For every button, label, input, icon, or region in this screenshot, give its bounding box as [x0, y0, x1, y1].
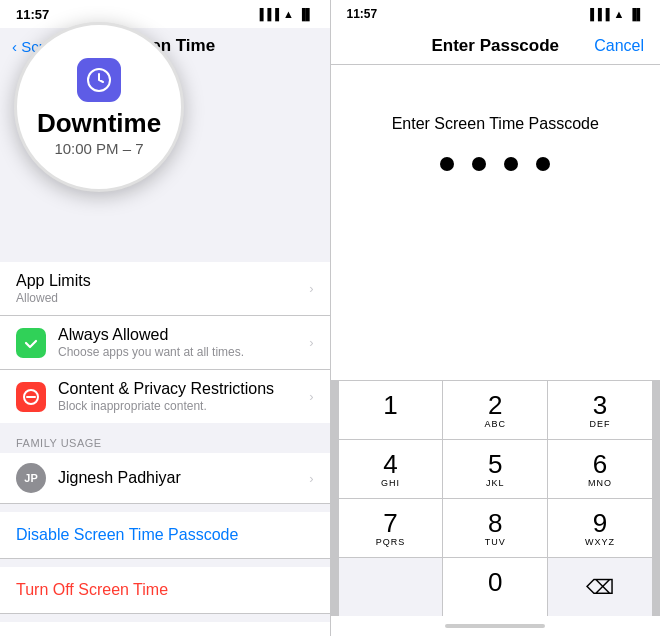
signal-icon: ▐▐▐	[586, 8, 609, 20]
passcode-nav: Enter Passcode Cancel	[331, 28, 661, 65]
separator	[0, 559, 330, 567]
battery-icon: ▐▌	[628, 8, 644, 20]
passcode-nav-title: Enter Passcode	[431, 36, 559, 56]
cancel-button[interactable]: Cancel	[594, 37, 644, 55]
family-user-name: Jignesh Padhiyar	[58, 469, 301, 487]
dot-3	[504, 157, 518, 171]
numpad-row-2: 4 GHI 5 JKL 6 MNO	[339, 440, 653, 498]
list-item-content-privacy[interactable]: Content & Privacy Restrictions Block ina…	[0, 370, 330, 423]
chevron-icon: ›	[309, 281, 313, 296]
dot-2	[472, 157, 486, 171]
family-section-header: FAMILY USAGE	[0, 423, 330, 453]
left-time: 11:57	[16, 7, 49, 22]
key-9[interactable]: 9 WXYZ	[548, 499, 652, 557]
dot-4	[536, 157, 550, 171]
key-2[interactable]: 2 ABC	[443, 381, 547, 439]
clear-usage-data-button[interactable]: Clear Usage Data	[0, 622, 330, 636]
magnifier-title: Downtime	[37, 110, 161, 136]
key-6[interactable]: 6 MNO	[548, 440, 652, 498]
avatar-initials: JP	[24, 472, 37, 484]
passcode-dots	[440, 157, 550, 171]
wifi-icon: ▲	[283, 8, 294, 20]
magnifier-subtitle: 10:00 PM – 7	[54, 140, 143, 157]
magnifier-overlay: Downtime 10:00 PM – 7	[14, 22, 184, 192]
list-item-app-limits[interactable]: App Limits Allowed ›	[0, 262, 330, 316]
key-8[interactable]: 8 TUV	[443, 499, 547, 557]
dot-1	[440, 157, 454, 171]
disable-passcode-button[interactable]: Disable Screen Time Passcode	[0, 512, 330, 559]
battery-icon: ▐▌	[298, 8, 314, 20]
right-time: 11:57	[347, 7, 378, 21]
app-limits-subtitle: Allowed	[16, 291, 301, 305]
always-allowed-subtitle: Choose apps you want at all times.	[58, 345, 301, 359]
list-item-always-allowed[interactable]: Always Allowed Choose apps you want at a…	[0, 316, 330, 370]
content-privacy-icon	[16, 382, 46, 412]
content-privacy-title: Content & Privacy Restrictions	[58, 380, 301, 398]
left-status-bar: 11:57 ▐▐▐ ▲ ▐▌	[0, 0, 330, 28]
downtime-app-icon	[77, 58, 121, 102]
key-3[interactable]: 3 DEF	[548, 381, 652, 439]
chevron-icon: ›	[309, 389, 313, 404]
right-home-indicator	[331, 616, 661, 636]
numpad-row-1: 1 2 ABC 3 DEF	[339, 381, 653, 439]
numpad-row-3: 7 PQRS 8 TUV 9 WXYZ	[339, 499, 653, 557]
passcode-prompt: Enter Screen Time Passcode	[392, 115, 599, 133]
list-item-family-user[interactable]: JP Jignesh Padhiyar ›	[0, 453, 330, 504]
chevron-icon: ›	[309, 471, 313, 486]
delete-key[interactable]: ⌫	[548, 558, 652, 616]
content-privacy-subtitle: Block inappropriate content.	[58, 399, 301, 413]
wifi-icon: ▲	[614, 8, 625, 20]
numpad-row-4: 0 ⌫	[339, 558, 653, 616]
separator	[0, 504, 330, 512]
key-4[interactable]: 4 GHI	[339, 440, 443, 498]
right-status-icons: ▐▐▐ ▲ ▐▌	[586, 8, 644, 20]
backspace-icon: ⌫	[586, 575, 614, 599]
key-0[interactable]: 0	[443, 558, 547, 616]
key-1[interactable]: 1	[339, 381, 443, 439]
left-panel: 11:57 ▐▐▐ ▲ ▐▌ ‹ Screen Time Screen Time…	[0, 0, 330, 636]
turn-off-screen-time-button[interactable]: Turn Off Screen Time	[0, 567, 330, 614]
user-avatar: JP	[16, 463, 46, 493]
app-limits-title: App Limits	[16, 272, 301, 290]
separator	[0, 614, 330, 622]
always-allowed-icon	[16, 328, 46, 358]
right-panel: 11:57 ▐▐▐ ▲ ▐▌ Enter Passcode Cancel Ent…	[331, 0, 661, 636]
settings-section: App Limits Allowed › Always Allowed Choo…	[0, 262, 330, 423]
key-7[interactable]: 7 PQRS	[339, 499, 443, 557]
signal-icon: ▐▐▐	[256, 8, 279, 20]
right-status-bar: 11:57 ▐▐▐ ▲ ▐▌	[331, 0, 661, 28]
numpad: 1 2 ABC 3 DEF 4 GHI 5 JKL 6	[331, 380, 661, 616]
key-5[interactable]: 5 JKL	[443, 440, 547, 498]
home-bar	[445, 624, 545, 628]
chevron-icon: ›	[309, 335, 313, 350]
left-status-icons: ▐▐▐ ▲ ▐▌	[256, 8, 314, 20]
passcode-body: Enter Screen Time Passcode	[331, 65, 661, 380]
key-empty	[339, 558, 443, 616]
always-allowed-title: Always Allowed	[58, 326, 301, 344]
